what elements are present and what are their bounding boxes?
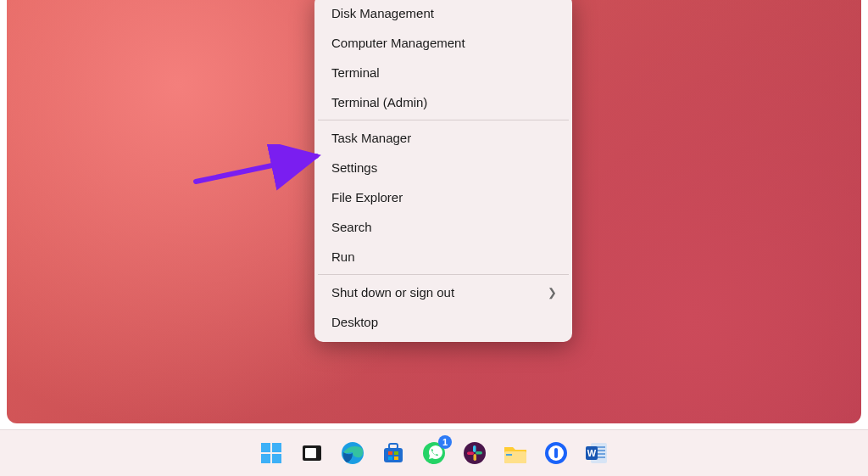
menu-item-search[interactable]: Search: [316, 212, 570, 242]
menu-item-desktop[interactable]: Desktop: [316, 307, 570, 337]
word-icon[interactable]: W: [582, 439, 611, 468]
menu-item-label: Shut down or sign out: [331, 285, 454, 300]
taskbar: 1: [0, 429, 868, 476]
menu-item-label: Desktop: [331, 315, 378, 329]
menu-item-task-manager[interactable]: Task Manager: [316, 123, 570, 153]
menu-item-shutdown-signout[interactable]: Shut down or sign out ❯: [316, 277, 570, 307]
svg-rect-12: [388, 456, 392, 460]
1password-icon[interactable]: [542, 439, 570, 468]
menu-item-label: Search: [331, 220, 372, 234]
svg-rect-20: [504, 451, 526, 463]
menu-item-terminal[interactable]: Terminal: [316, 58, 570, 87]
menu-item-label: Settings: [331, 160, 377, 175]
svg-rect-16: [473, 445, 476, 452]
notification-badge: 1: [438, 435, 452, 449]
edge-icon[interactable]: [338, 439, 367, 468]
svg-rect-11: [394, 451, 398, 455]
menu-item-disk-management[interactable]: Disk Management: [316, 0, 570, 28]
microsoft-store-icon[interactable]: [379, 439, 408, 468]
file-explorer-icon[interactable]: [501, 439, 530, 468]
svg-rect-3: [261, 454, 270, 463]
start-icon[interactable]: [257, 439, 286, 468]
menu-item-terminal-admin[interactable]: Terminal (Admin): [316, 87, 570, 117]
start-context-menu: Disk Management Computer Management Term…: [314, 0, 572, 342]
svg-rect-13: [394, 456, 398, 460]
svg-rect-17: [476, 451, 482, 455]
menu-item-label: Computer Management: [331, 36, 465, 50]
menu-item-label: Terminal: [331, 65, 380, 80]
menu-item-computer-management[interactable]: Computer Management: [316, 28, 570, 58]
menu-item-label: File Explorer: [331, 190, 403, 204]
svg-rect-1: [261, 443, 270, 452]
menu-item-settings[interactable]: Settings: [316, 153, 570, 182]
menu-item-run[interactable]: Run: [316, 242, 570, 272]
whatsapp-icon[interactable]: 1: [420, 439, 448, 468]
menu-item-label: Task Manager: [331, 131, 411, 145]
svg-rect-21: [506, 454, 512, 456]
menu-item-label: Run: [331, 249, 355, 264]
menu-item-label: Terminal (Admin): [331, 95, 427, 109]
svg-rect-10: [388, 451, 392, 455]
menu-item-label: Disk Management: [331, 6, 434, 20]
svg-point-15: [464, 442, 486, 464]
task-view-icon[interactable]: [298, 439, 326, 468]
svg-rect-18: [474, 454, 477, 461]
svg-rect-6: [305, 448, 316, 458]
svg-rect-9: [389, 444, 398, 449]
window-frame: Disk Management Computer Management Term…: [0, 0, 868, 476]
slack-icon[interactable]: [460, 439, 489, 468]
svg-text:W: W: [587, 448, 597, 458]
svg-rect-2: [272, 443, 281, 452]
menu-separator: [318, 120, 569, 120]
svg-rect-24: [554, 448, 558, 458]
svg-rect-19: [467, 452, 474, 456]
svg-rect-8: [384, 448, 403, 462]
menu-item-file-explorer[interactable]: File Explorer: [316, 182, 570, 212]
menu-separator: [318, 274, 569, 275]
chevron-right-icon: ❯: [548, 286, 557, 299]
svg-rect-4: [272, 454, 281, 463]
